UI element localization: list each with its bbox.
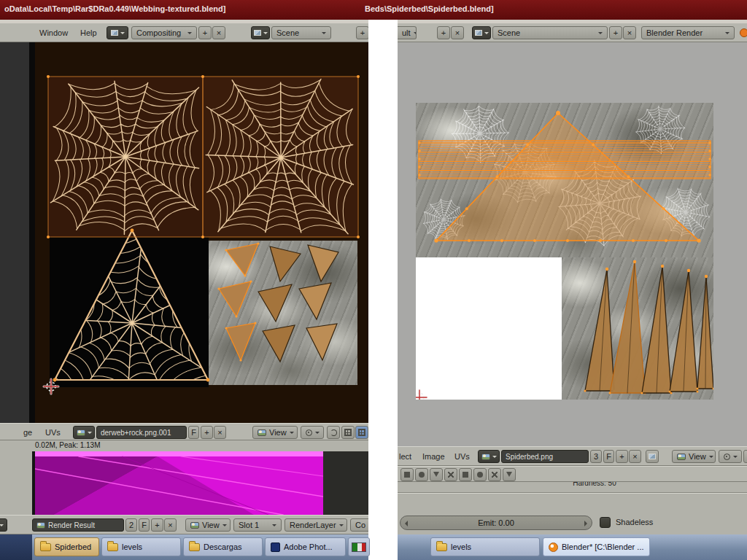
- emit-slider[interactable]: Emit: 0.00: [400, 516, 592, 530]
- screen-delete-button-2[interactable]: ×: [451, 26, 464, 39]
- right-window-title: Beds\Spiderbed\Spiderbed.blend]: [365, 4, 494, 13]
- slot-select[interactable]: Slot 1: [233, 518, 282, 532]
- uvs-menu[interactable]: UVs: [45, 424, 61, 441]
- texture-image-block: [416, 103, 713, 400]
- taskbar-right: levels Blender* [C:\Blender ...: [398, 534, 747, 560]
- image-unlink-button[interactable]: ×: [214, 426, 226, 439]
- taskbar-item-levels-2[interactable]: levels: [430, 537, 540, 556]
- image-unlink-button-2[interactable]: ×: [164, 518, 177, 532]
- tool-icon-circle[interactable]: [473, 468, 487, 481]
- preview-left-gutter: [0, 451, 32, 515]
- scene-browse-button-2[interactable]: [472, 26, 491, 39]
- hardness-slider-clipped[interactable]: Hardness: 50: [551, 482, 638, 489]
- screen-add-button-2[interactable]: +: [437, 26, 450, 39]
- screen-delete-button[interactable]: ×: [212, 26, 225, 39]
- tiled-view-button[interactable]: [355, 426, 368, 439]
- image-new-button[interactable]: +: [201, 426, 213, 439]
- left-render-header: Render Result 2 F + × View Slot 1 Render…: [0, 515, 368, 534]
- spiderweb-uv-canvas[interactable]: [35, 42, 368, 423]
- view-mode-select[interactable]: View: [252, 426, 298, 439]
- taskbar-item-spiderbed[interactable]: Spiderbed: [34, 537, 99, 556]
- taskbar-item-levels[interactable]: levels: [101, 537, 181, 556]
- render-image-icon: [36, 522, 45, 529]
- scene-select-2[interactable]: Scene: [492, 26, 608, 39]
- sync-button[interactable]: [327, 426, 340, 439]
- scene-delete-button-2[interactable]: ×: [623, 26, 636, 39]
- left-uv-header: ge UVs derweb+rock.png.001 F + × View: [0, 423, 368, 440]
- render-engine-select[interactable]: Blender Render: [641, 26, 735, 39]
- editor-type-button[interactable]: [107, 26, 128, 39]
- uv-editor-right[interactable]: [398, 42, 747, 446]
- image-name-field[interactable]: derweb+rock.png.001: [96, 426, 187, 439]
- pivot-icon: [306, 429, 312, 436]
- users-count-button-2[interactable]: 3: [590, 450, 602, 463]
- tool-icon-dot[interactable]: [415, 468, 428, 481]
- image-browse-button[interactable]: [73, 426, 95, 439]
- image-new-button-2[interactable]: +: [151, 518, 163, 532]
- render-result-field[interactable]: Render Result: [32, 518, 124, 532]
- image-browse-button-2[interactable]: [478, 450, 500, 463]
- area-divider[interactable]: [29, 42, 35, 423]
- partial-control[interactable]: Co: [350, 518, 368, 532]
- image-name-field-2[interactable]: Spiderbed.png: [501, 450, 589, 463]
- view-mode-select-2[interactable]: View: [185, 518, 231, 532]
- screen-layout-select[interactable]: Compositing: [131, 26, 197, 39]
- screen-add-button[interactable]: +: [198, 26, 212, 39]
- view-mode-select-3[interactable]: View: [672, 450, 716, 463]
- uvs-menu-2[interactable]: UVs: [454, 447, 470, 467]
- taskbar-item-photoshop[interactable]: Adobe Phot...: [265, 537, 346, 556]
- scene-add-button-2[interactable]: +: [609, 26, 622, 39]
- sync-icon: [330, 429, 337, 436]
- paint-tool-row: [398, 466, 747, 482]
- pivot-select-2[interactable]: [719, 450, 742, 463]
- tool-icon-cross[interactable]: [444, 468, 457, 481]
- left-menubar: Window Help Compositing + × Scene +: [0, 23, 368, 42]
- shadeless-label: Shadeless: [616, 517, 653, 528]
- menu-help[interactable]: Help: [80, 23, 97, 42]
- menu-window[interactable]: Window: [39, 23, 68, 42]
- image-unlink-button-3[interactable]: ×: [629, 450, 641, 463]
- image-new-button-3[interactable]: +: [616, 450, 628, 463]
- taskbar-item-descargas[interactable]: Descargas: [183, 537, 263, 556]
- tool-icon-pencil[interactable]: [400, 468, 414, 481]
- pivot-select[interactable]: [301, 426, 324, 439]
- tool-icon-triangle[interactable]: [430, 468, 443, 481]
- pack-image-button[interactable]: [646, 450, 659, 463]
- info-strip: 0.02M, Peak: 1.13M: [0, 440, 368, 451]
- users-count-button[interactable]: 2: [125, 518, 137, 532]
- tool-icon-square[interactable]: [459, 468, 472, 481]
- tool-icon-snap[interactable]: [488, 468, 501, 481]
- desktop: oData\Local\Temp\Rar$DRa0.449\Webbing-te…: [0, 0, 747, 560]
- fake-user-button[interactable]: F: [188, 426, 199, 439]
- uv-overlay-canvas[interactable]: [416, 103, 713, 400]
- screen-layout-select-partial[interactable]: ult: [398, 26, 417, 39]
- image-icon-2: [481, 454, 490, 460]
- render-layer-select[interactable]: RenderLayer: [285, 518, 347, 532]
- fake-user-button-3[interactable]: F: [603, 450, 614, 463]
- language-flag-button[interactable]: [348, 537, 370, 556]
- grid-view-button[interactable]: [341, 426, 355, 439]
- magenta-render-image[interactable]: [35, 451, 323, 515]
- right-uv-header: lect Image UVs Spiderbed.png 3 F + × Vie…: [398, 446, 747, 466]
- taskbar-item-blender[interactable]: Blender* [C:\Blender ...: [543, 537, 650, 556]
- start-button-partial[interactable]: [0, 534, 32, 560]
- partial-icon-button[interactable]: [743, 450, 747, 463]
- image-menu-partial[interactable]: ge: [23, 424, 32, 441]
- scene-select[interactable]: Scene: [271, 26, 331, 39]
- tool-icon-proportional[interactable]: [503, 468, 516, 481]
- fake-user-button-2[interactable]: F: [139, 518, 150, 532]
- title-bar[interactable]: oData\Local\Temp\Rar$DRa0.449\Webbing-te…: [0, 0, 747, 20]
- folder-icon-2: [107, 543, 118, 551]
- scene-browse-button[interactable]: [251, 26, 270, 39]
- render-preview-area: [0, 451, 368, 515]
- header-notch[interactable]: [0, 518, 7, 532]
- scene-icon-2: [475, 30, 482, 36]
- scene-add-button-partial[interactable]: +: [356, 26, 368, 39]
- image-menu[interactable]: Image: [422, 447, 445, 467]
- left-blender-window: Window Help Compositing + × Scene + ge U…: [0, 20, 368, 534]
- uv-editor-left[interactable]: [35, 42, 368, 423]
- shadeless-checkbox[interactable]: [600, 517, 611, 528]
- hardness-label: Hardness: 50: [551, 482, 638, 487]
- select-menu-partial[interactable]: lect: [399, 447, 411, 467]
- properties-panel: Hardness: 50 Emit: 0.00 Shadeless: [398, 482, 747, 534]
